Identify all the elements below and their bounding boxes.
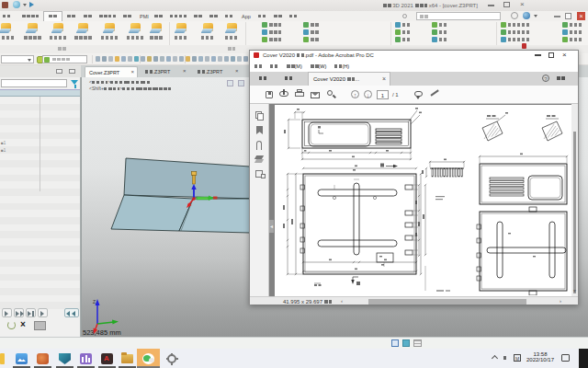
svg-text:Z: Z bbox=[93, 299, 96, 305]
